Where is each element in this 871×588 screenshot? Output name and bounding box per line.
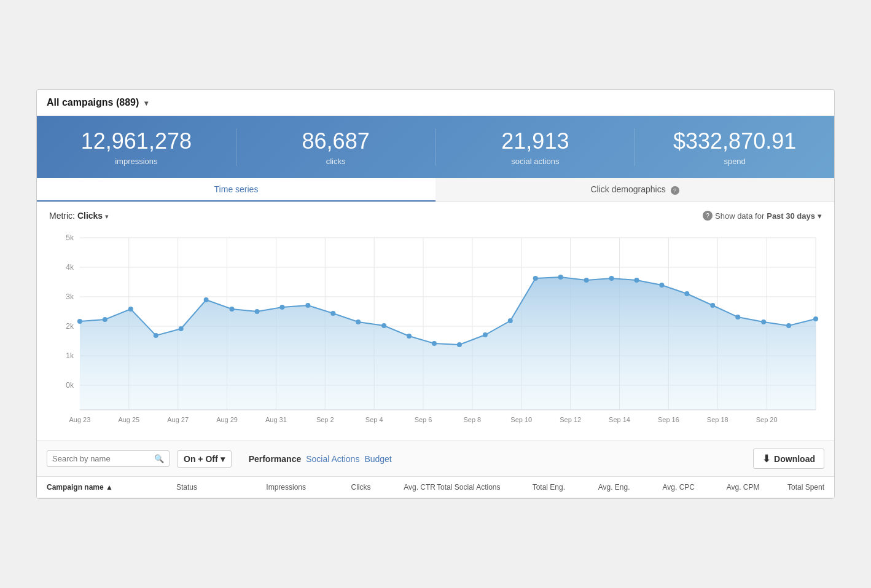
impressions-label: impressions: [37, 157, 236, 166]
svg-text:5k: 5k: [66, 233, 74, 242]
table-header: Campaign name ▲ Status Impressions Click…: [37, 477, 834, 498]
data-point: [558, 275, 563, 280]
svg-text:Sep 14: Sep 14: [609, 416, 630, 423]
chart-area: 5k 4k 3k 2k 1k 0k: [37, 225, 834, 441]
th-impressions[interactable]: Impressions: [241, 483, 307, 492]
view-tabs: Performance Social Actions Budget: [249, 454, 746, 464]
svg-text:Sep 18: Sep 18: [707, 416, 728, 423]
date-range-dropdown-arrow: ▾: [818, 211, 822, 221]
chart-controls: Metric: Clicks ▾ ? Show data for Past 30…: [37, 202, 834, 225]
view-social-actions[interactable]: Social Actions: [306, 454, 359, 464]
th-total-eng[interactable]: Total Eng.: [501, 483, 566, 492]
stat-social-actions: 21,913 social actions: [436, 128, 636, 166]
data-point: [407, 334, 412, 339]
metric-value: Clicks: [77, 211, 103, 221]
data-point: [103, 317, 107, 322]
svg-text:Aug 29: Aug 29: [216, 416, 238, 423]
view-performance[interactable]: Performance: [249, 454, 302, 464]
svg-text:Sep 20: Sep 20: [756, 416, 778, 423]
download-button[interactable]: ⬇ Download: [753, 449, 824, 469]
th-status[interactable]: Status: [176, 483, 241, 492]
data-point: [179, 326, 184, 331]
page-title[interactable]: All campaigns (889) ▾: [47, 97, 148, 108]
data-point: [381, 323, 386, 328]
date-range-prefix: Show data for: [715, 211, 764, 221]
th-total-social[interactable]: Total Social Actions: [436, 483, 501, 492]
data-point: [356, 319, 361, 324]
data-point: [813, 316, 818, 321]
date-range-selector[interactable]: ? Show data for Past 30 days ▾: [703, 211, 822, 221]
data-point: [77, 319, 82, 324]
th-campaign-name[interactable]: Campaign name ▲: [47, 483, 176, 492]
data-point: [735, 315, 740, 319]
data-point: [684, 291, 689, 296]
svg-text:Sep 8: Sep 8: [464, 416, 482, 423]
stats-bar: 12,961,278 impressions 86,687 clicks 21,…: [37, 116, 834, 178]
svg-text:Sep 2: Sep 2: [316, 416, 334, 423]
svg-text:Aug 25: Aug 25: [118, 416, 139, 423]
th-avg-cpm[interactable]: Avg. CPM: [695, 483, 760, 492]
filter-dropdown-arrow: ▾: [221, 454, 225, 464]
spend-value: $332,870.91: [635, 128, 834, 154]
campaigns-dropdown-arrow: ▾: [144, 99, 148, 108]
data-point: [305, 303, 310, 308]
th-total-spent[interactable]: Total Spent: [760, 483, 825, 492]
data-point: [533, 276, 538, 281]
filter-button[interactable]: On + Off ▾: [177, 450, 232, 468]
chart-tabs: Time series Click demographics ?: [37, 178, 834, 202]
metric-selector[interactable]: Metric: Clicks ▾: [49, 211, 109, 221]
stat-spend: $332,870.91 spend: [635, 128, 834, 166]
svg-text:Sep 12: Sep 12: [560, 416, 581, 423]
th-clicks[interactable]: Clicks: [306, 483, 371, 492]
metric-dropdown-arrow: ▾: [105, 213, 109, 220]
download-label: Download: [774, 454, 815, 464]
data-point: [508, 318, 513, 323]
search-input[interactable]: [52, 454, 150, 463]
data-point: [483, 332, 488, 337]
clicks-label: clicks: [236, 157, 436, 166]
tab-time-series[interactable]: Time series: [37, 178, 436, 202]
tab-click-demographics-label: Click demographics: [590, 184, 665, 194]
social-actions-label: social actions: [436, 157, 635, 166]
svg-text:Aug 27: Aug 27: [167, 416, 189, 423]
svg-text:Sep 10: Sep 10: [510, 416, 532, 423]
svg-text:3k: 3k: [66, 292, 74, 301]
date-help-icon: ?: [703, 211, 713, 221]
data-point: [710, 303, 715, 308]
main-container: All campaigns (889) ▾ 12,961,278 impress…: [36, 89, 835, 499]
filter-label: On + Off: [184, 454, 218, 464]
clicks-value: 86,687: [236, 128, 436, 154]
help-icon-tab: ?: [671, 186, 679, 195]
th-avg-cpc[interactable]: Avg. CPC: [630, 483, 695, 492]
spend-label: spend: [635, 157, 834, 166]
data-point: [584, 278, 589, 283]
stat-impressions: 12,961,278 impressions: [37, 128, 236, 166]
svg-text:Sep 16: Sep 16: [658, 416, 679, 423]
tab-click-demographics[interactable]: Click demographics ?: [436, 178, 834, 202]
svg-text:Sep 4: Sep 4: [365, 416, 383, 423]
th-avg-eng[interactable]: Avg. Eng.: [565, 483, 630, 492]
data-point: [761, 319, 766, 324]
stat-clicks: 86,687 clicks: [236, 128, 436, 166]
data-point: [330, 311, 335, 316]
chart-svg: 5k 4k 3k 2k 1k 0k: [49, 225, 822, 434]
data-point: [279, 305, 284, 310]
view-budget[interactable]: Budget: [364, 454, 391, 464]
svg-text:1k: 1k: [66, 351, 74, 360]
date-range-value: Past 30 days: [767, 211, 815, 221]
data-point: [154, 333, 158, 338]
svg-text:Aug 31: Aug 31: [265, 416, 287, 423]
data-point: [254, 309, 259, 314]
data-point: [230, 307, 235, 312]
svg-text:2k: 2k: [66, 322, 74, 331]
svg-text:0k: 0k: [66, 381, 74, 390]
data-point: [609, 276, 614, 281]
page-title-text: All campaigns (889): [47, 97, 139, 108]
search-box[interactable]: 🔍: [47, 450, 170, 467]
data-point: [457, 342, 462, 347]
th-avg-ctr[interactable]: Avg. CTR: [371, 483, 436, 492]
data-point: [204, 297, 209, 302]
data-point: [634, 278, 639, 283]
data-point: [659, 283, 664, 288]
social-actions-value: 21,913: [436, 128, 635, 154]
